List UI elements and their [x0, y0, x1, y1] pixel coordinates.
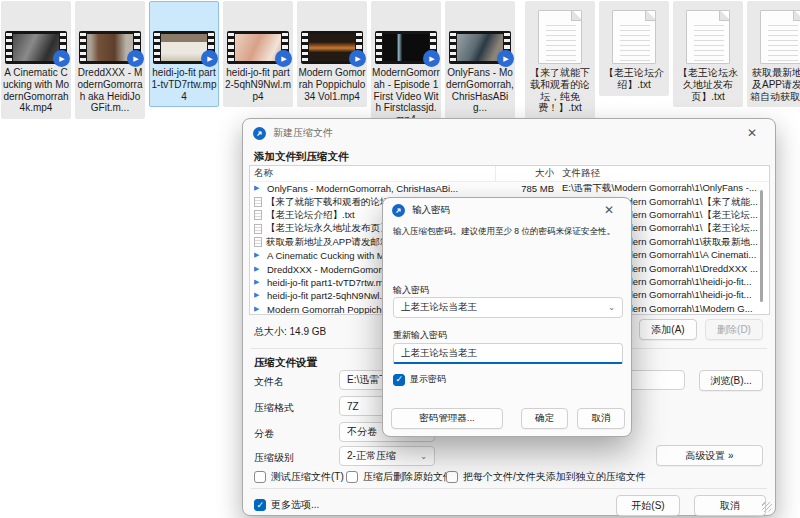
text-file-icon: [760, 10, 800, 64]
file-name-label: 获取最新地址及APP请发邮箱自动获取.txt: [748, 67, 800, 102]
file-name-label: A Cinematic Cucking with ModernGomorrah …: [2, 67, 70, 114]
close-icon[interactable]: ✕: [739, 123, 765, 143]
volume-label: 分卷: [254, 427, 274, 441]
video-thumbnail-icon: [5, 31, 67, 64]
file-tile[interactable]: DreddXXX - ModernGomorrah aka HeidiJoGFi…: [75, 1, 145, 119]
ok-button[interactable]: 确定: [521, 408, 568, 429]
browse-button[interactable]: 浏览(B)...: [699, 370, 763, 391]
level-select[interactable]: 2-正常压缩⌄: [339, 446, 435, 466]
play-overlay-icon: [275, 50, 292, 67]
table-row[interactable]: OnlyFans - ModernGomorrah, ChrisHasABi..…: [250, 182, 769, 195]
text-file-icon: [254, 210, 262, 220]
password-dialog-titlebar[interactable]: 输入密码 ✕: [383, 198, 631, 222]
video-file-icon: [254, 278, 263, 287]
format-label: 压缩格式: [254, 401, 294, 415]
text-file-icon: [538, 10, 582, 64]
video-thumbnail-icon: [449, 31, 511, 64]
file-name-label: heidi-jo-fit part1-tvTD7rtw.mp4: [150, 67, 218, 102]
cancel-button[interactable]: 取消: [694, 495, 766, 516]
file-tile[interactable]: heidi-jo-fit part2-5qhN9Nwl.mp4: [223, 1, 293, 107]
file-tile[interactable]: 获取最新地址及APP请发邮箱自动获取.txt: [747, 1, 800, 107]
column-name[interactable]: 名称: [254, 166, 496, 181]
checkbox-icon: [446, 471, 458, 483]
list-header[interactable]: 名称 大小 文件路径: [250, 166, 769, 182]
checkbox-checked-icon: [393, 374, 405, 386]
film-sprockets: [376, 33, 382, 62]
play-overlay-icon: [423, 50, 440, 67]
confirm-password-label: 重新输入密码: [393, 329, 447, 342]
archive-dialog-titlebar[interactable]: 新建压缩文件 ✕: [243, 119, 775, 147]
separate-archives-checkbox[interactable]: 把每个文件/文件夹添加到独立的压缩文件: [446, 470, 646, 484]
chevron-down-icon: ⌄: [608, 303, 615, 312]
checkbox-label: 把每个文件/文件夹添加到独立的压缩文件: [463, 470, 646, 484]
text-file-icon: [254, 197, 262, 207]
enter-password-dialog: 输入密码 ✕ 输入压缩包密码。建议使用至少 8 位的密码来保证安全性。 输入密码…: [382, 197, 632, 437]
password-manager-button[interactable]: 密码管理器...: [391, 408, 503, 429]
cancel-button[interactable]: 取消: [577, 408, 625, 429]
checkbox-checked-icon: [254, 499, 266, 511]
bandizip-icon: [253, 127, 266, 140]
advanced-settings-button[interactable]: 高级设置 »: [656, 445, 763, 466]
password-label: 输入密码: [393, 284, 429, 297]
film-sprockets: [450, 33, 456, 62]
checkbox-label: 更多选项...: [271, 498, 319, 512]
film-sprockets: [302, 33, 308, 62]
column-path[interactable]: 文件路径: [554, 166, 765, 181]
list-scrollbar[interactable]: [760, 190, 763, 302]
file-tile[interactable]: 【老王论坛永久地址发布页】.txt: [673, 1, 743, 107]
film-sprockets: [154, 33, 160, 62]
bandizip-icon: [392, 204, 405, 217]
checkbox-label: 压缩后删除原始文件: [363, 470, 453, 484]
delete-button[interactable]: 删除(D): [705, 319, 763, 340]
video-thumbnail-icon: [79, 31, 141, 64]
checkbox-icon: [254, 471, 266, 483]
file-tile[interactable]: OnlyFans - ModernGomorrah, ChrisHasABig.…: [445, 1, 515, 119]
section-add-files: 添加文件到压缩文件: [254, 150, 349, 164]
file-name-label: OnlyFans - ModernGomorrah, ChrisHasABig.…: [446, 67, 514, 114]
test-archive-checkbox[interactable]: 测试压缩文件(T): [254, 470, 344, 484]
play-overlay-icon: [349, 50, 366, 67]
file-tile[interactable]: A Cinematic Cucking with ModernGomorrah …: [1, 1, 71, 119]
text-file-icon: [254, 237, 262, 247]
section-archive-settings: 压缩文件设置: [254, 356, 317, 370]
text-file-icon: [254, 224, 262, 234]
checkbox-label: 测试压缩文件(T): [271, 470, 344, 484]
divider: [251, 488, 767, 489]
play-overlay-icon: [201, 50, 218, 67]
password-combo-input[interactable]: 上老王论坛当老王⌄: [393, 297, 623, 318]
file-grid: A Cinematic Cucking with ModernGomorrah …: [1, 1, 800, 131]
play-overlay-icon: [497, 50, 514, 67]
video-file-icon: [254, 305, 263, 314]
start-button[interactable]: 开始(S): [616, 495, 680, 516]
film-sprockets: [228, 33, 234, 62]
file-tile[interactable]: 【老王论坛介绍】.txt: [599, 1, 669, 96]
video-thumbnail-icon: [375, 31, 437, 64]
file-name-label: Modern Gomorrah Poppichulo34 Vol1.mp4: [298, 67, 366, 102]
file-tile[interactable]: Modern Gomorrah Poppichulo34 Vol1.mp4: [297, 1, 367, 107]
resize-grip[interactable]: [762, 502, 772, 512]
film-sprockets: [80, 33, 86, 62]
show-password-checkbox[interactable]: 显示密码: [393, 373, 446, 386]
add-button[interactable]: 添加(A): [639, 319, 697, 340]
video-thumbnail-icon: [301, 31, 363, 64]
video-file-icon: [254, 184, 263, 193]
file-tile-selected[interactable]: heidi-jo-fit part1-tvTD7rtw.mp4: [149, 1, 219, 107]
password-hint-text: 输入压缩包密码。建议使用至少 8 位的密码来保证安全性。: [393, 226, 629, 238]
delete-after-checkbox[interactable]: 压缩后删除原始文件: [346, 470, 453, 484]
close-icon[interactable]: ✕: [596, 200, 622, 220]
checkbox-icon: [346, 471, 358, 483]
file-tile[interactable]: 【来了就能下载和观看的论坛，纯免费！】.txt: [525, 1, 595, 119]
chevron-down-icon: ⌄: [420, 452, 427, 461]
file-name-label: 【老王论坛介绍】.txt: [600, 67, 668, 91]
file-tile[interactable]: ModernGomorrah - Episode 1 First Video W…: [371, 1, 441, 131]
video-file-icon: [254, 291, 263, 300]
more-options-checkbox[interactable]: 更多选项...: [254, 498, 319, 512]
video-thumbnail-icon: [227, 31, 289, 64]
checkbox-label: 显示密码: [410, 373, 446, 386]
play-overlay-icon: [127, 50, 144, 67]
confirm-password-input[interactable]: [393, 343, 623, 364]
column-size[interactable]: 大小: [496, 167, 554, 180]
filename-label: 文件名: [254, 375, 284, 389]
text-file-icon: [612, 10, 656, 64]
video-thumbnail-icon: [153, 31, 215, 64]
